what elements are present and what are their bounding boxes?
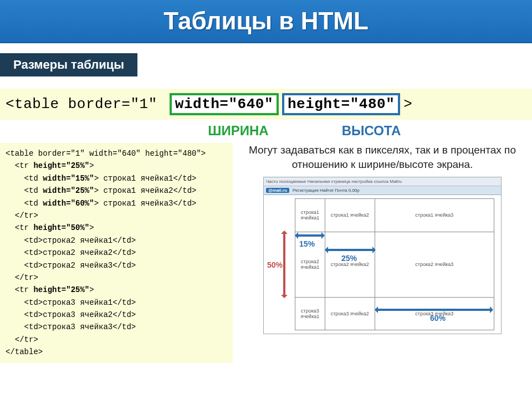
code-line: <td>строка3 ячейка1</td> xyxy=(6,296,227,309)
code-line: <tr height="50%"> xyxy=(6,222,227,234)
cell-r3c2: строка3 ячейка2 xyxy=(325,298,375,330)
cell-r1c1: строка1 ячейка1 xyxy=(295,199,325,232)
browser-toolbar-2: @mail.ru Регистрация Найти! Почта 0,00р xyxy=(264,186,501,195)
pct-15: 15% xyxy=(299,239,315,248)
tag-prefix: <table border="1" xyxy=(6,96,166,112)
pct-50: 50% xyxy=(267,260,283,269)
browser-toolbar-1: Часто посещаемые Начальная страница наст… xyxy=(264,177,501,186)
section-tab: Размеры таблицы xyxy=(0,53,137,76)
code-line: <table border="1" width="640" height="48… xyxy=(6,147,227,160)
code-line: <tr height="25%"> xyxy=(6,160,227,172)
width-attr-box: width="640" xyxy=(170,93,279,115)
mailru-badge: @mail.ru xyxy=(266,188,289,193)
code-line: <td width="15%"> строка1 ячейка1</td> xyxy=(6,172,227,185)
label-width: ШИРИНА xyxy=(172,123,305,139)
arrow-60 xyxy=(376,306,492,314)
code-block: <table border="1" width="640" height="48… xyxy=(0,143,233,363)
page-title: Таблицы в HTML xyxy=(163,7,369,35)
cell-r2c2: строка2 ячейка2 xyxy=(325,232,375,298)
code-line: <td width="60%"> строка1 ячейка3</td> xyxy=(6,197,227,209)
arrow-25 xyxy=(326,246,375,254)
code-line: </table> xyxy=(6,346,227,358)
toolbar-rest: Регистрация Найти! Почта 0,00р xyxy=(293,188,360,193)
cell-r2c3: строка2 ячейка3 xyxy=(375,232,494,298)
label-height: ВЫСОТА xyxy=(305,123,438,139)
code-line: <td width="25%"> строка1 ячейка2</td> xyxy=(6,185,227,197)
table-tag-example: <table border="1" width="640" height="48… xyxy=(0,89,532,120)
code-line: <td>строка2 ячейка3</td> xyxy=(6,259,227,272)
code-line: </tr> xyxy=(6,272,227,284)
labels-row: ШИРИНА ВЫСОТА xyxy=(0,123,532,139)
cell-r1c2: строка1 ячейка2 xyxy=(325,199,375,232)
code-line: <td>строка2 ячейка2</td> xyxy=(6,247,227,259)
arrow-15 xyxy=(296,232,324,239)
pct-60: 60% xyxy=(430,314,446,323)
table-render-area: строка1 ячейка1 строка1 ячейка2 строка1 … xyxy=(264,195,501,334)
header-bar: Таблицы в HTML xyxy=(0,0,532,43)
code-line: </tr> xyxy=(6,209,227,222)
height-attr-box: height="480" xyxy=(282,93,400,115)
code-line: <tr height="25%"> xyxy=(6,284,227,296)
pct-25: 25% xyxy=(341,254,357,263)
code-line: <td>строка3 ячейка2</td> xyxy=(6,309,227,321)
code-line: <td>строка2 ячейка1</td> xyxy=(6,234,227,247)
description-text: Могут задаваться как в пикселях, так и в… xyxy=(239,143,525,171)
browser-preview: Часто посещаемые Начальная страница наст… xyxy=(263,177,502,334)
cell-r1c3: строка1 ячейка3 xyxy=(375,199,494,232)
code-line: </tr> xyxy=(6,334,227,346)
code-line: <td>строка3 ячейка3</td> xyxy=(6,321,227,333)
tag-suffix: > xyxy=(403,96,412,112)
cell-r3c1: строка3 ячейка1 xyxy=(295,298,325,330)
